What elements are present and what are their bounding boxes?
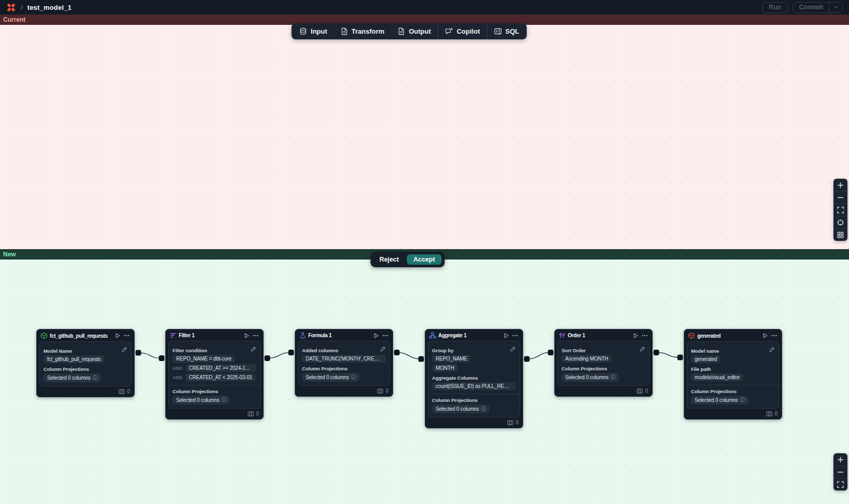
auto-layout-button[interactable] [833, 228, 847, 241]
target-port[interactable] [419, 356, 424, 362]
field-chip[interactable]: Selected 0 columnsⓘ [562, 373, 619, 382]
toggle-interactivity-button[interactable] [833, 216, 847, 228]
field-chip[interactable]: models/visual_editor [691, 373, 743, 381]
toolbar-copilot-label: Copilot [457, 27, 480, 35]
node-section: Filter conditionREPO_NAME = dbt-coreANDC… [172, 348, 256, 381]
node-menu-button[interactable]: ⋯ [512, 334, 519, 338]
node-header[interactable]: fct_github_pull_requests ⋯ [37, 329, 134, 341]
source-port[interactable] [394, 350, 400, 355]
new-canvas[interactable]: fct_github_pull_requests ⋯ Model Namefct… [0, 260, 849, 504]
node-menu-button[interactable]: ⋯ [123, 334, 131, 338]
node-header[interactable]: Order 1 ⋯ [555, 329, 652, 341]
chip-row: Selected 0 columnsⓘ [432, 405, 516, 413]
target-port[interactable] [548, 350, 554, 355]
edit-button[interactable] [251, 344, 256, 354]
field-chip[interactable]: Selected 0 columnsⓘ [432, 405, 490, 413]
run-button[interactable]: Run [762, 2, 788, 13]
node-header[interactable]: generated ⋯ [684, 329, 782, 341]
edit-button[interactable] [640, 344, 645, 354]
node-header[interactable]: Formula 1 ⋯ [295, 329, 393, 341]
fit-view-button[interactable] [833, 204, 847, 216]
pipeline-node[interactable]: fct_github_pull_requests ⋯ Model Namefct… [36, 329, 135, 397]
field-chip[interactable]: MONTH [432, 364, 458, 372]
toolbar-sql-button[interactable]: SQL [487, 23, 526, 39]
field-chip[interactable]: count(ISSUE_ID) as PULL_REQUEST_… [432, 382, 516, 390]
edit-button[interactable] [122, 345, 127, 354]
pipeline-node[interactable]: Order 1 ⋯ Sort OrderAscending MONTHColum… [554, 329, 653, 397]
source-port[interactable] [654, 350, 659, 355]
top-bar: / test_model_1 Run Commit [0, 0, 849, 15]
chip-text: REPO_NAME [436, 356, 467, 362]
chip-text: models/visual_editor [695, 375, 740, 380]
chip-text: CREATED_AT < 2025-03-01 [189, 375, 252, 380]
commit-dropdown-button[interactable] [829, 3, 842, 12]
field-chip[interactable]: Selected 0 columnsⓘ [691, 396, 749, 405]
chip-text: Selected 0 columns [306, 375, 349, 380]
pipeline-node[interactable]: generated ⋯ Model namegeneratedFile path… [684, 329, 782, 420]
run-node-button[interactable] [372, 333, 380, 339]
zoom-in-button[interactable] [833, 453, 847, 466]
target-port[interactable] [289, 350, 294, 355]
toolbar-input-button[interactable]: Input [293, 23, 334, 39]
source-port[interactable] [524, 356, 530, 362]
pipeline-node[interactable]: Aggregate 1 ⋯ Group byREPO_NAMEMONTHAggr… [425, 329, 523, 428]
edit-button[interactable] [769, 345, 775, 354]
node-menu-button[interactable]: ⋯ [252, 334, 260, 338]
run-node-button[interactable] [502, 333, 510, 339]
node-title: Filter 1 [179, 333, 241, 338]
node-section: Column ProjectionsSelected 0 columnsⓘ [687, 385, 779, 405]
source-port[interactable] [136, 350, 141, 356]
field-chip[interactable]: CREATED_AT >= 2024-12-01 [185, 364, 257, 372]
toolbar-transform-button[interactable]: Transform [334, 23, 392, 39]
node-menu-button[interactable]: ⋯ [771, 334, 778, 338]
field-chip[interactable]: generated [691, 355, 721, 363]
reject-button[interactable]: Reject [373, 254, 405, 265]
chip-text: MONTH [436, 365, 454, 371]
chip-row: Selected 0 columnsⓘ [691, 396, 775, 405]
edit-button[interactable] [510, 344, 516, 354]
review-pill: Reject Accept [370, 252, 444, 267]
toolbar-output-button[interactable]: Output [391, 23, 438, 39]
field-chip[interactable]: Ascending MONTH [562, 355, 612, 363]
field-chip[interactable]: DATE_TRUNC('MONTH', CREATED_AT… [302, 355, 386, 363]
fit-view-icon [837, 207, 844, 213]
node-header[interactable]: Filter 1 ⋯ [166, 329, 263, 341]
field-chip[interactable]: CREATED_AT < 2025-03-01 [185, 373, 256, 381]
run-node-button[interactable] [114, 333, 121, 339]
node-footer: 0 [425, 417, 523, 428]
node-menu-button[interactable]: ⋯ [641, 334, 649, 338]
chip-text: Selected 0 columns [176, 397, 220, 403]
node-menu-button[interactable]: ⋯ [382, 334, 389, 338]
toolbar-sql-label: SQL [505, 27, 519, 35]
pipeline-node[interactable]: Formula 1 ⋯ Added columnsDATE_TRUNC('MON… [295, 329, 393, 397]
field-chip[interactable]: REPO_NAME [432, 355, 471, 363]
fit-view-button[interactable] [833, 478, 847, 491]
field-chip[interactable]: Selected 0 columnsⓘ [302, 373, 359, 382]
target-port[interactable] [159, 355, 165, 361]
run-node-button[interactable] [243, 333, 250, 339]
zoom-out-button[interactable] [833, 191, 847, 204]
field-chip[interactable]: REPO_NAME = dbt-core [172, 355, 235, 363]
field-chip[interactable]: Selected 0 columnsⓘ [44, 373, 101, 382]
field-chip[interactable]: fct_github_pull_requests [44, 355, 105, 363]
edit-button[interactable] [380, 344, 386, 354]
pipeline-node[interactable]: Filter 1 ⋯ Filter conditionREPO_NAME = d… [165, 329, 264, 420]
field-chip[interactable]: Selected 0 columnsⓘ [172, 396, 230, 405]
zoom-in-button[interactable] [833, 179, 847, 191]
run-node-button[interactable] [632, 333, 639, 339]
source-port[interactable] [265, 355, 270, 361]
run-node-button[interactable] [761, 333, 769, 339]
edge-path [267, 353, 291, 358]
toolbar-copilot-button[interactable]: Copilot [438, 23, 487, 39]
current-canvas[interactable] [0, 25, 849, 249]
copilot-chat-icon [445, 27, 453, 35]
zoom-out-button[interactable] [833, 466, 847, 478]
chip-row: models/visual_editor [691, 373, 775, 381]
commit-button[interactable]: Commit [793, 3, 829, 12]
target-port[interactable] [678, 355, 683, 361]
node-header[interactable]: Aggregate 1 ⋯ [425, 329, 523, 341]
chip-row: Selected 0 columnsⓘ [44, 373, 127, 382]
dbt-logo-icon[interactable] [6, 3, 16, 12]
accept-button[interactable]: Accept [407, 254, 442, 265]
edge-path [397, 353, 421, 359]
